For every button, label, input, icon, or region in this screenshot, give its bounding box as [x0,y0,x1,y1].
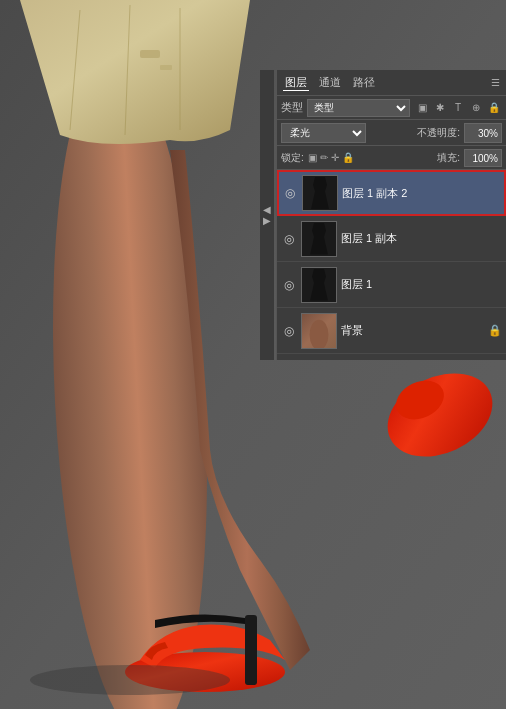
svg-rect-6 [160,65,172,70]
layer-name-copy-1: 图层 1 副本 [341,231,502,246]
layer-list: ◎ 图层 1 副本 2 ◎ 图层 1 副本 ◎ [277,170,506,354]
tab-paths[interactable]: 路径 [351,75,377,90]
layer-item-copy-2[interactable]: ◎ 图层 1 副本 2 [277,170,506,216]
lock-icons-group: ▣ ✏ ✛ 🔒 [308,152,354,163]
panel-tabs-row: 图层 通道 路径 ☰ [277,70,506,96]
filter-pixel-icon[interactable]: ▣ [414,100,430,116]
layer-thumb-1 [301,267,337,303]
lock-fill-row: 锁定: ▣ ✏ ✛ 🔒 填充: 100% [277,146,506,170]
layer-item-1[interactable]: ◎ 图层 1 [277,262,506,308]
layer-thumb-background [301,313,337,349]
lock-all-icon[interactable]: 🔒 [342,152,354,163]
collapse-arrow-icon: ◀▶ [262,204,273,226]
filter-lock-icon[interactable]: 🔒 [486,100,502,116]
filter-type-icon[interactable]: T [450,100,466,116]
blend-mode-select[interactable]: 柔光 [281,123,366,143]
filter-select[interactable]: 类型 [307,99,410,117]
layer-visibility-copy-1[interactable]: ◎ [281,231,297,247]
layer-name-1: 图层 1 [341,277,502,292]
lock-transparent-icon[interactable]: ▣ [308,152,317,163]
filter-adjust-icon[interactable]: ✱ [432,100,448,116]
opacity-label: 不透明度: [417,126,460,140]
lock-brush-icon[interactable]: ✏ [320,152,328,163]
svg-rect-10 [245,615,257,685]
tab-channels[interactable]: 通道 [317,75,343,90]
fill-label: 填充: [437,151,460,165]
layers-panel: 图层 通道 路径 ☰ 类型 类型 ▣ ✱ T ⊕ 🔒 柔光 不透明度: 30% … [276,70,506,360]
layer-name-copy-2: 图层 1 副本 2 [342,186,501,201]
filter-row: 类型 类型 ▣ ✱ T ⊕ 🔒 [277,96,506,120]
layer-visibility-background[interactable]: ◎ [281,323,297,339]
layer-name-background: 背景 [341,323,484,338]
opacity-value[interactable]: 30% [464,123,502,143]
filter-label: 类型 [281,100,303,115]
layer-item-copy-1[interactable]: ◎ 图层 1 副本 [277,216,506,262]
tab-layers[interactable]: 图层 [283,75,309,91]
layer-lock-background: 🔒 [488,324,502,337]
layer-visibility-copy-2[interactable]: ◎ [282,185,298,201]
lock-move-icon[interactable]: ✛ [331,152,339,163]
layer-item-background[interactable]: ◎ 背景 🔒 [277,308,506,354]
panel-menu-button[interactable]: ☰ [491,77,500,88]
blend-opacity-row: 柔光 不透明度: 30% [277,120,506,146]
filter-icons-group: ▣ ✱ T ⊕ 🔒 [414,100,502,116]
svg-rect-5 [140,50,160,58]
filter-shape-icon[interactable]: ⊕ [468,100,484,116]
svg-point-13 [310,319,329,348]
lock-label: 锁定: [281,151,304,165]
layer-visibility-1[interactable]: ◎ [281,277,297,293]
layer-thumb-copy-1 [301,221,337,257]
fill-value[interactable]: 100% [464,149,502,167]
svg-point-11 [30,665,230,695]
layer-thumb-copy-2 [302,175,338,211]
panel-collapse-arrow[interactable]: ◀▶ [260,70,274,360]
